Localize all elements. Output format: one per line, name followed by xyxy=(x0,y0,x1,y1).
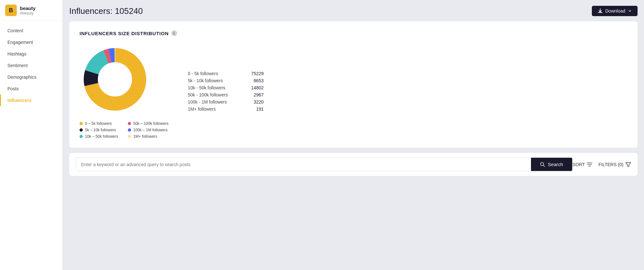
search-button[interactable]: Search xyxy=(531,158,572,171)
sidebar-nav: ContentEngagementHashtagsSentimentDemogr… xyxy=(0,21,62,110)
sidebar-item-hashtags[interactable]: Hashtags xyxy=(0,48,62,60)
row-value: 2967 xyxy=(254,92,264,97)
sidebar-item-engagement[interactable]: Engagement xyxy=(0,36,62,48)
data-row: 50k - 100k followers2967 xyxy=(188,92,264,97)
sidebar-item-posts[interactable]: Posts xyxy=(0,83,62,95)
legend-item: 50k – 100k followers xyxy=(128,121,168,126)
sidebar-header: B beauty #beauty xyxy=(0,0,62,21)
topbar: Influencers: 105240 Download xyxy=(69,6,638,16)
page-title: Influencers: 105240 xyxy=(69,6,143,16)
filters-button[interactable]: FILTERS (0) xyxy=(598,162,631,167)
data-row: 10k - 50k followers14802 xyxy=(188,85,264,90)
donut-svg xyxy=(80,44,150,115)
row-value: 75229 xyxy=(251,71,264,76)
legend-dot xyxy=(80,128,83,132)
legend-item: 100k – 1M followers xyxy=(128,128,168,132)
search-icon xyxy=(540,162,545,167)
sort-filter-area: SORT FILTERS (0) xyxy=(573,162,631,167)
search-input-wrap: Search xyxy=(76,157,573,171)
legend-label: 0 – 5k followers xyxy=(85,121,112,126)
sidebar-item-sentiment[interactable]: Sentiment xyxy=(0,60,62,71)
legend-label: 100k – 1M followers xyxy=(133,128,168,132)
data-row: 1M+ followers191 xyxy=(188,106,264,112)
legend-item: 5k – 10k followers xyxy=(80,128,118,132)
sort-icon xyxy=(587,162,592,167)
data-row: 5k - 10k followers8653 xyxy=(188,78,264,83)
legend-dot xyxy=(80,122,83,125)
sort-button[interactable]: SORT xyxy=(573,162,593,167)
row-value: 191 xyxy=(256,106,263,112)
legend-label: 1M+ followers xyxy=(133,134,157,139)
row-label: 0 - 5k followers xyxy=(188,71,218,76)
legend-dot xyxy=(128,135,131,138)
search-row: Search SORT FILTERS (0) xyxy=(69,153,638,176)
row-label: 10k - 50k followers xyxy=(188,85,225,90)
search-input[interactable] xyxy=(76,158,531,171)
chevron-down-icon xyxy=(628,9,632,13)
row-value: 8653 xyxy=(254,78,264,83)
brand-tag: #beauty xyxy=(20,11,35,15)
row-label: 50k - 100k followers xyxy=(188,92,228,97)
legend-dot xyxy=(128,122,131,125)
sidebar-item-demographics[interactable]: Demographics xyxy=(0,71,62,83)
data-row: 100k - 1M followers3220 xyxy=(188,99,264,105)
legend-item: 0 – 5k followers xyxy=(80,121,118,126)
donut-chart xyxy=(80,44,150,115)
row-value: 3220 xyxy=(254,99,264,105)
download-icon xyxy=(598,8,603,14)
legend-label: 5k – 10k followers xyxy=(85,128,116,132)
legend-item: 10k – 50k followers xyxy=(80,134,118,139)
sidebar-item-influencers[interactable]: Influencers xyxy=(0,95,62,106)
legend-dot xyxy=(128,128,131,132)
chart-legend: 0 – 5k followers5k – 10k followers10k – … xyxy=(80,121,168,139)
legend-item: 1M+ followers xyxy=(128,134,168,139)
legend-dot xyxy=(80,135,83,138)
legend-label: 50k – 100k followers xyxy=(133,121,168,126)
distribution-card: INFLUENCERS SIZE DISTRIBUTION i xyxy=(69,21,638,148)
donut-center xyxy=(98,62,132,96)
chart-title-area: INFLUENCERS SIZE DISTRIBUTION i xyxy=(80,30,627,36)
legend-col-right: 50k – 100k followers100k – 1M followers1… xyxy=(128,121,168,139)
info-icon[interactable]: i xyxy=(171,30,177,36)
data-row: 0 - 5k followers75229 xyxy=(188,71,264,76)
sidebar: B beauty #beauty ContentEngagementHashta… xyxy=(0,0,63,270)
filter-icon xyxy=(625,162,631,167)
legend-col-left: 0 – 5k followers5k – 10k followers10k – … xyxy=(80,121,118,139)
main-content: Influencers: 105240 Download INFLUENCERS… xyxy=(63,0,644,270)
svg-line-1 xyxy=(544,165,545,166)
sidebar-item-content[interactable]: Content xyxy=(0,25,62,36)
search-button-label: Search xyxy=(548,162,563,167)
chart-section: 0 – 5k followers5k – 10k followers10k – … xyxy=(80,44,627,139)
row-value: 14802 xyxy=(251,85,264,90)
download-button[interactable]: Download xyxy=(592,6,638,16)
brand-name: beauty xyxy=(20,5,35,11)
svg-marker-5 xyxy=(626,163,631,166)
row-label: 1M+ followers xyxy=(188,106,216,112)
chart-title-text: INFLUENCERS SIZE DISTRIBUTION xyxy=(80,31,169,36)
data-table: 0 - 5k followers752295k - 10k followers8… xyxy=(188,71,264,112)
legend-label: 10k – 50k followers xyxy=(85,134,118,139)
row-label: 100k - 1M followers xyxy=(188,99,227,105)
brand-logo: B xyxy=(5,5,17,16)
row-label: 5k - 10k followers xyxy=(188,78,223,83)
